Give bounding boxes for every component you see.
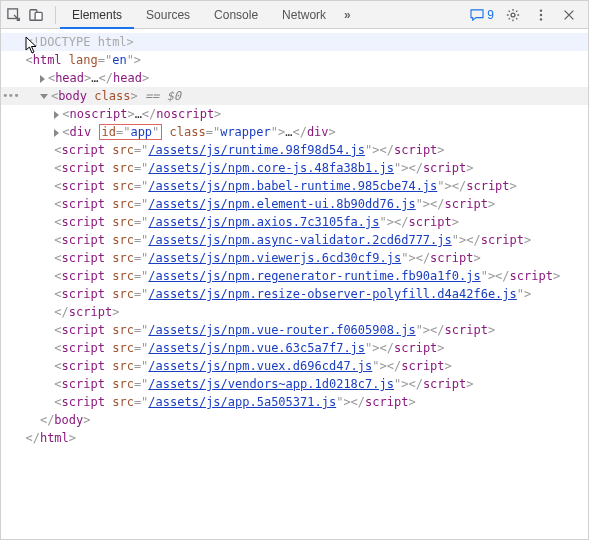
tab-label: Elements: [72, 8, 122, 22]
gutter-ellipsis-icon: •••: [2, 87, 19, 105]
script-src-link[interactable]: /assets/js/app.5a505371.js: [148, 395, 336, 409]
inspect-element-icon[interactable]: [5, 6, 23, 24]
close-button[interactable]: [560, 6, 578, 24]
more-options-button[interactable]: [532, 6, 550, 24]
script-src-link[interactable]: /assets/js/npm.babel-runtime.985cbe74.js: [148, 179, 437, 193]
gear-icon: [506, 8, 520, 22]
script-src-link[interactable]: /assets/js/runtime.98f98d54.js: [148, 143, 365, 157]
device-toolbar-icon[interactable]: [27, 6, 45, 24]
expand-arrow-icon[interactable]: [54, 129, 59, 137]
tree-line-script[interactable]: <script src="/assets/js/app.5a505371.js"…: [1, 393, 588, 411]
tree-line-head[interactable]: <head>…</head>: [1, 69, 588, 87]
toolbar-tabs: Elements Sources Console Network »: [60, 1, 357, 28]
tree-line-script[interactable]: <script src="/assets/js/npm.async-valida…: [1, 231, 588, 249]
tree-line-script[interactable]: <script src="/assets/js/npm.element-ui.8…: [1, 195, 588, 213]
tree-line-noscript[interactable]: <noscript>…</noscript>: [1, 105, 588, 123]
kebab-icon: [534, 8, 548, 22]
tab-network[interactable]: Network: [270, 1, 338, 28]
script-src-link[interactable]: /assets/js/npm.core-js.48fa38b1.js: [148, 161, 394, 175]
tree-line-script-close[interactable]: </script>: [1, 303, 588, 321]
script-src-link[interactable]: /assets/js/npm.resize-observer-polyfill.…: [148, 287, 516, 301]
elements-tree[interactable]: <!DOCTYPE html> <html lang="en"> <head>……: [1, 29, 588, 447]
tree-line-script[interactable]: <script src="/assets/js/npm.babel-runtim…: [1, 177, 588, 195]
toolbar-right-icons: 9: [470, 6, 584, 24]
devtools-toolbar: Elements Sources Console Network » 9: [1, 1, 588, 29]
tree-line-script[interactable]: <script src="/assets/js/npm.vue.63c5a7f7…: [1, 339, 588, 357]
settings-button[interactable]: [504, 6, 522, 24]
tree-line-script[interactable]: <script src="/assets/js/runtime.98f98d54…: [1, 141, 588, 159]
tree-line-script[interactable]: <script src="/assets/js/npm.core-js.48fa…: [1, 159, 588, 177]
svg-point-4: [540, 9, 542, 11]
tree-line-html-open[interactable]: <html lang="en">: [1, 51, 588, 69]
script-src-link[interactable]: /assets/js/npm.viewerjs.6cd30cf9.js: [148, 251, 401, 265]
tree-line-body-close[interactable]: </body>: [1, 411, 588, 429]
script-src-link[interactable]: /assets/js/npm.vuex.d696cd47.js: [148, 359, 372, 373]
tree-line-body-open[interactable]: ••• <body class> == $0: [1, 87, 588, 105]
script-src-link[interactable]: /assets/js/npm.vue.63c5a7f7.js: [148, 341, 365, 355]
scripts-container: <script src="/assets/js/runtime.98f98d54…: [1, 141, 588, 411]
svg-rect-2: [35, 12, 42, 20]
svg-point-6: [540, 18, 542, 20]
script-src-link[interactable]: /assets/js/npm.vue-router.f0605908.js: [148, 323, 415, 337]
tab-elements[interactable]: Elements: [60, 1, 134, 28]
messages-count: 9: [487, 8, 494, 22]
script-src-link[interactable]: /assets/js/npm.async-validator.2cd6d777.…: [148, 233, 451, 247]
toolbar-left-icons: [5, 6, 51, 24]
tab-label: Sources: [146, 8, 190, 22]
script-src-link[interactable]: /assets/js/npm.axios.7c3105fa.js: [148, 215, 379, 229]
script-src-link[interactable]: /assets/js/npm.regenerator-runtime.fb90a…: [148, 269, 480, 283]
tree-line-script[interactable]: <script src="/assets/js/vendors~app.1d02…: [1, 375, 588, 393]
selected-node-marker: == $0: [145, 89, 181, 103]
collapse-arrow-icon[interactable]: [40, 94, 48, 99]
expand-arrow-icon[interactable]: [40, 75, 45, 83]
chevron-double-right-icon: »: [344, 8, 351, 22]
doctype-text: <!DOCTYPE html>: [25, 35, 133, 49]
tab-console[interactable]: Console: [202, 1, 270, 28]
more-tabs-button[interactable]: »: [338, 8, 357, 22]
tree-line-script[interactable]: <script src="/assets/js/npm.viewerjs.6cd…: [1, 249, 588, 267]
tree-line-script[interactable]: <script src="/assets/js/npm.vue-router.f…: [1, 321, 588, 339]
close-icon: [562, 8, 576, 22]
svg-point-5: [540, 13, 542, 15]
messages-badge[interactable]: 9: [470, 8, 494, 22]
expand-arrow-icon[interactable]: [54, 111, 59, 119]
script-src-link[interactable]: /assets/js/npm.element-ui.8b90dd76.js: [148, 197, 415, 211]
tree-line-script[interactable]: <script src="/assets/js/npm.axios.7c3105…: [1, 213, 588, 231]
highlight-box: id="app": [99, 124, 163, 140]
chat-icon: [470, 9, 484, 21]
tab-label: Console: [214, 8, 258, 22]
toolbar-divider: [55, 6, 56, 24]
tree-line-div-app[interactable]: <div id="app" class="wrapper">…</div>: [1, 123, 588, 141]
tree-line-script[interactable]: <script src="/assets/js/npm.vuex.d696cd4…: [1, 357, 588, 375]
tree-line-doctype[interactable]: <!DOCTYPE html>: [1, 33, 588, 51]
svg-point-3: [511, 13, 515, 17]
tab-label: Network: [282, 8, 326, 22]
script-src-link[interactable]: /assets/js/vendors~app.1d0218c7.js: [148, 377, 394, 391]
tree-line-html-close[interactable]: </html>: [1, 429, 588, 447]
tree-line-script[interactable]: <script src="/assets/js/npm.regenerator-…: [1, 267, 588, 285]
tab-sources[interactable]: Sources: [134, 1, 202, 28]
tree-line-script[interactable]: <script src="/assets/js/npm.resize-obser…: [1, 285, 588, 303]
